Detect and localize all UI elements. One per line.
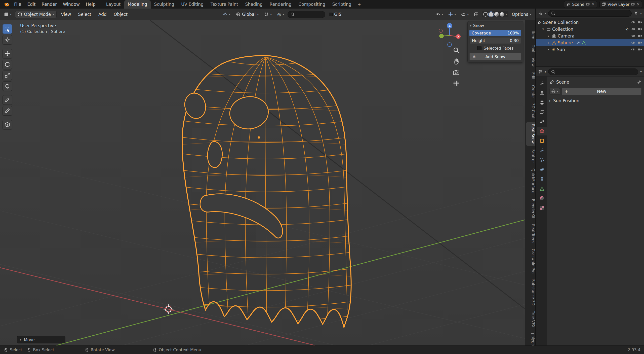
add-snow-button[interactable]: ❄ Add Snow (469, 53, 521, 60)
outliner-row-sphere[interactable]: ▸ Sphere (536, 39, 644, 46)
pan-view-button[interactable] (453, 58, 460, 66)
outliner-row-scene-collection[interactable]: Scene Collection (536, 19, 644, 26)
menu-window[interactable]: Window (60, 0, 83, 9)
overlays-toggle[interactable]: ▾ (459, 11, 471, 17)
sidebar-tab-true-vfx[interactable]: True-VFX (526, 309, 535, 330)
sidebar-tab-3d-coat[interactable]: 3D-Coat (526, 101, 535, 121)
viewport-search-input[interactable] (297, 12, 323, 17)
workspace-tab-layout[interactable]: Layout (103, 0, 124, 9)
blender-logo-icon[interactable] (2, 0, 11, 9)
workspace-tab-texture-paint[interactable]: Texture Paint (207, 0, 242, 9)
gis-checkbox[interactable] (329, 13, 333, 16)
mode-selector[interactable]: Object Mode ▾ (15, 11, 57, 18)
viewport-search[interactable] (288, 11, 325, 18)
properties-editor-icon[interactable] (538, 69, 543, 74)
collapse-icon[interactable]: ▾ (541, 27, 545, 31)
render-visibility-icon[interactable] (638, 47, 642, 52)
remove-view-layer-icon[interactable]: × (636, 2, 640, 7)
tool-transform[interactable] (3, 81, 12, 91)
sidebar-tab-blenderkit[interactable]: BlenderKit (526, 197, 535, 221)
properties-tab-render[interactable] (537, 89, 547, 97)
workspace-tab-scripting[interactable]: Scripting (329, 0, 355, 9)
expand-icon[interactable]: ▸ (547, 41, 550, 45)
toggle-ortho-button[interactable] (453, 80, 460, 88)
sidebar-tab-item[interactable]: Item (526, 29, 535, 41)
outliner-search[interactable] (548, 10, 632, 17)
menu-file[interactable]: File (11, 0, 24, 9)
render-visibility-icon[interactable] (638, 20, 642, 24)
outliner-editor-icon[interactable] (538, 11, 543, 16)
expand-icon[interactable]: ▸ (547, 34, 550, 38)
properties-tab-object[interactable] (537, 136, 547, 145)
view-layer-selector[interactable]: View Layer × (599, 1, 642, 8)
snow-panel-header[interactable]: ▾ Snow (469, 23, 521, 30)
render-visibility-icon[interactable] (638, 27, 642, 31)
new-world-button[interactable]: + New (562, 88, 641, 95)
new-scene-icon[interactable] (586, 3, 590, 6)
properties-tab-physics[interactable] (537, 165, 547, 174)
properties-tab-constraints[interactable] (537, 175, 547, 183)
outliner-search-input[interactable] (557, 11, 629, 16)
editor-type-button[interactable]: ▾ (2, 11, 14, 17)
properties-tab-world[interactable] (537, 127, 547, 135)
sidebar-tab-scatter[interactable]: Scatter (526, 147, 535, 165)
properties-tab-texture[interactable] (537, 203, 547, 212)
expand-icon[interactable]: ▸ (547, 48, 550, 51)
properties-tab-modifiers[interactable] (537, 146, 547, 155)
tool-annotate[interactable] (3, 95, 12, 105)
options-button[interactable]: Options ▾ (510, 11, 533, 18)
render-visibility-icon[interactable] (638, 41, 642, 45)
properties-tab-material[interactable] (537, 194, 547, 202)
transform-orientation-button[interactable]: Global ▾ (234, 11, 261, 18)
workspace-tab-compositing[interactable]: Compositing (295, 0, 329, 9)
workspace-tab-modeling[interactable]: Modeling (124, 0, 151, 9)
sun-position-panel-header[interactable]: ▸ Sun Position (549, 96, 641, 105)
sidebar-tab-substance-3d[interactable]: Substance 3D (526, 277, 535, 307)
properties-tab-scene[interactable] (537, 117, 547, 126)
eye-icon[interactable] (631, 34, 635, 38)
workspace-tab-sculpting[interactable]: Sculpting (151, 0, 178, 9)
shading-material-button[interactable] (494, 12, 499, 17)
sidebar-tab-quicksurface[interactable]: QuickSurface (526, 166, 535, 196)
menu-select[interactable]: Select (75, 11, 94, 18)
gizmo-toggle[interactable]: ▾ (446, 11, 458, 17)
menu-help[interactable]: Help (83, 0, 99, 9)
menu-object[interactable]: Object (111, 11, 130, 18)
sidebar-tab-graswald-pro[interactable]: Graswald Pro (526, 247, 535, 276)
sidebar-tab-tool[interactable]: Tool (526, 43, 535, 54)
properties-search-input[interactable] (557, 69, 635, 74)
navigation-gizmo[interactable]: Z X (436, 21, 463, 49)
gis-menu[interactable]: GIS (327, 11, 343, 18)
properties-tab-output[interactable] (537, 98, 547, 107)
add-workspace-button[interactable]: + (355, 0, 364, 9)
properties-tab-object-data[interactable] (537, 184, 547, 193)
sidebar-tab-create[interactable]: Create (526, 83, 535, 100)
eye-icon[interactable] (631, 20, 635, 24)
properties-tab-tool[interactable] (537, 79, 547, 88)
menu-edit[interactable]: Edit (24, 0, 38, 9)
zoom-view-button[interactable] (453, 47, 460, 55)
unlink-scene-icon[interactable]: × (591, 2, 595, 7)
sidebar-tab-real-trees[interactable]: Real Trees (526, 222, 535, 245)
eye-icon[interactable] (631, 27, 635, 31)
viewport-canvas[interactable]: User Perspective (1) Collection | Sphere… (0, 20, 525, 345)
sidebar-tab-view[interactable]: View (526, 56, 535, 69)
tool-measure[interactable] (3, 106, 12, 116)
workspace-tab-rendering[interactable]: Rendering (266, 0, 295, 9)
object-visibility-button[interactable]: ▾ (433, 11, 445, 17)
filter-icon[interactable] (634, 11, 638, 16)
new-view-layer-icon[interactable] (631, 3, 635, 6)
tool-add-cube[interactable] (3, 120, 12, 129)
snap-toggle[interactable]: ▾ (262, 11, 274, 17)
proportional-edit-toggle[interactable]: ◎ ▾ (275, 11, 286, 18)
tool-move[interactable] (3, 49, 12, 58)
xray-toggle[interactable] (472, 11, 480, 17)
workspace-tab-shading[interactable]: Shading (242, 0, 266, 9)
eye-icon[interactable] (631, 41, 635, 45)
outliner-row-collection[interactable]: ▾ Collection ✓ (536, 26, 644, 32)
properties-search[interactable] (548, 68, 638, 75)
pivot-point-button[interactable]: ▾ (221, 11, 232, 17)
menu-render[interactable]: Render (38, 0, 60, 9)
menu-add[interactable]: Add (96, 11, 109, 18)
selected-faces-checkbox[interactable] (477, 46, 481, 50)
